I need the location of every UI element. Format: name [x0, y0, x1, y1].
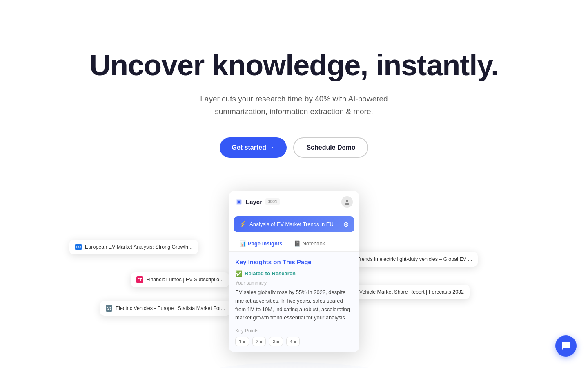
bg-gradient	[110, 362, 478, 368]
chat-icon	[561, 341, 571, 351]
floating-card-trends[interactable]: 🚗 Trends in electric light-duty vehicles…	[341, 252, 478, 267]
hero-title: Uncover knowledge, instantly.	[89, 49, 499, 81]
key-points-row: 1 ≡ 2 ≡ 3 ≡ 4 ≡	[235, 337, 353, 346]
key-point-1[interactable]: 1 ≡	[235, 337, 249, 346]
svg-point-4	[345, 203, 349, 205]
tab-notebook[interactable]: 📓 Notebook	[288, 236, 331, 251]
favicon-eu: EU	[75, 244, 82, 250]
layer-logo-icon	[235, 198, 243, 206]
floating-card-ev-report-text: Electric Vehicle Market Share Report | F…	[341, 289, 464, 295]
tab-page-insights-label: Page Insights	[248, 240, 283, 247]
layer-shortcut: ⌘01	[265, 198, 280, 205]
floating-card-ft[interactable]: FT Financial Times | EV Subscriptio...	[131, 272, 229, 287]
tab-notebook-label: Notebook	[303, 240, 325, 247]
floating-card-statista[interactable]: St Electric Vehicles - Europe | Statista…	[100, 301, 231, 316]
schedule-demo-button[interactable]: Schedule Demo	[293, 137, 368, 158]
key-point-4[interactable]: 4 ≡	[286, 337, 300, 346]
get-started-button[interactable]: Get started →	[220, 137, 287, 158]
tab-page-insights-icon: 📊	[239, 240, 246, 247]
hero-subtitle: Layer cuts your research time by 40% wit…	[188, 93, 400, 118]
tab-bar: 📊 Page Insights 📓 Notebook	[229, 236, 359, 252]
analysis-bar: ⚡ Analysis of EV Market Trends in EU ⊕	[234, 216, 354, 232]
hero-buttons: Get started → Schedule Demo	[220, 137, 369, 158]
svg-point-3	[346, 200, 348, 202]
chat-button[interactable]	[555, 335, 577, 357]
analysis-bar-text: Analysis of EV Market Trends in EU	[249, 221, 334, 227]
analysis-bar-left: ⚡ Analysis of EV Market Trends in EU	[239, 221, 334, 227]
floating-card-ft-text: Financial Times | EV Subscriptio...	[146, 277, 223, 283]
layer-window: Layer ⌘01 ⚡ Analysis of EV Market Trends…	[229, 191, 359, 352]
hero-section: Uncover knowledge, instantly. Layer cuts…	[0, 0, 588, 191]
analysis-bar-menu[interactable]: ⊕	[343, 220, 349, 228]
related-label: ✅ Related to Research	[235, 270, 353, 277]
preview-area: EU European EV Market Analysis: Strong G…	[0, 191, 588, 368]
favicon-statista: St	[106, 305, 112, 312]
svg-rect-2	[238, 201, 240, 203]
user-avatar[interactable]	[341, 196, 353, 208]
tab-notebook-icon: 📓	[294, 240, 301, 247]
floating-card-trends-text: Trends in electric light-duty vehicles –…	[357, 256, 472, 262]
floating-card-european[interactable]: EU European EV Market Analysis: Strong G…	[69, 240, 198, 254]
key-point-2[interactable]: 2 ≡	[252, 337, 266, 346]
layer-logo: Layer ⌘01	[235, 198, 280, 206]
favicon-ft: FT	[136, 276, 143, 283]
tab-page-insights[interactable]: 📊 Page Insights	[234, 236, 288, 251]
key-insights-title: Key Insights on This Page	[235, 258, 353, 265]
your-summary-label: Your summary	[235, 280, 353, 286]
check-icon: ✅	[235, 270, 242, 277]
summary-text: EV sales globally rose by 55% in 2022, d…	[235, 288, 353, 322]
floating-card-statista-text: Electric Vehicles - Europe | Statista Ma…	[116, 305, 225, 311]
user-icon	[344, 199, 350, 205]
layer-header: Layer ⌘01	[229, 191, 359, 212]
window-body: Key Insights on This Page ✅ Related to R…	[229, 252, 359, 352]
analysis-icon: ⚡	[239, 221, 246, 227]
key-points-label: Key Points	[235, 328, 353, 334]
floating-card-european-text: European EV Market Analysis: Strong Grow…	[85, 244, 192, 250]
related-label-text: Related to Research	[245, 270, 296, 276]
key-point-3[interactable]: 3 ≡	[269, 337, 283, 346]
